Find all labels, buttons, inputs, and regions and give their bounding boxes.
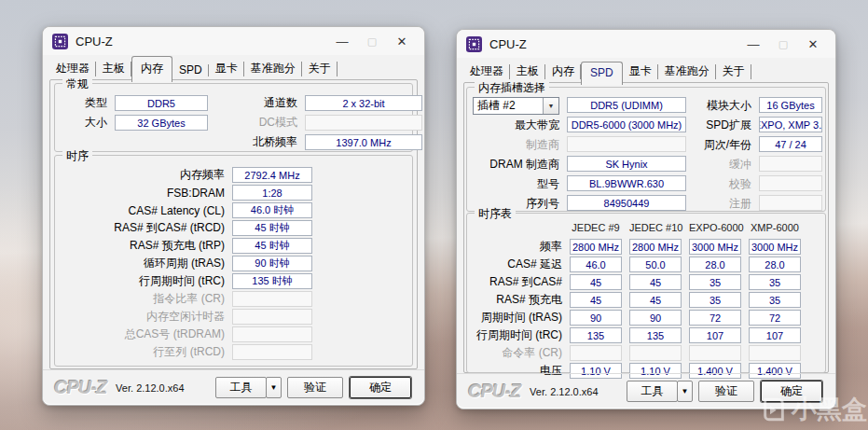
spd-ext-value: EXPO, XMP 3.0 xyxy=(759,117,822,132)
footer-bar: CPU-Z Ver. 2.12.0.x64 工具 ▼ 验证 确定 xyxy=(43,369,424,405)
dc-mode-value xyxy=(305,115,422,131)
dram-mfr-label: DRAM 制造商 xyxy=(473,157,559,173)
trcd-cell: 35 xyxy=(749,274,801,290)
module-size-label: 模块大小 xyxy=(694,98,751,114)
size-label: 大小 xyxy=(62,115,107,131)
registered-label: 注册 xyxy=(694,196,751,212)
serial-value: 84950449 xyxy=(567,195,686,211)
tab-graphics[interactable]: 显卡 xyxy=(623,61,658,83)
manufacturer-value xyxy=(567,136,686,152)
fsb-dram-label: FSB:DRAM xyxy=(62,187,225,200)
trdram-label: 总CAS号 (tRDRAM) xyxy=(62,326,225,342)
trc-cell: 107 xyxy=(689,327,741,343)
trc-row-label: 行周期时间 (tRC) xyxy=(473,327,562,343)
trcd-label: RAS# 到CAS# (tRCD) xyxy=(62,220,225,236)
minimize-icon[interactable]: — xyxy=(327,29,357,53)
size-value: 32 GBytes xyxy=(115,115,208,131)
trp-value: 45 时钟 xyxy=(232,238,312,254)
tras-value: 90 时钟 xyxy=(232,256,312,271)
col-jedec10: JEDEC #10 xyxy=(629,222,682,236)
timings-legend: 时序 xyxy=(62,148,92,164)
validate-button[interactable]: 验证 xyxy=(698,381,754,402)
tools-button[interactable]: 工具 xyxy=(627,381,678,402)
tab-spd[interactable]: SPD xyxy=(581,62,623,85)
tab-about[interactable]: 关于 xyxy=(716,61,751,83)
chevron-down-icon[interactable]: ▼ xyxy=(543,98,558,114)
trcd-cell: 45 xyxy=(570,274,622,290)
ok-button[interactable]: 确定 xyxy=(761,381,822,402)
cpuz-app-icon xyxy=(52,34,68,49)
freq-cell: 2800 MHz xyxy=(629,239,682,255)
buffered-value xyxy=(759,156,822,172)
timings-group: 时序 内存频率 2792.4 MHz FSB:DRAM 1:28 CAS# La… xyxy=(54,155,413,367)
close-icon[interactable]: ✕ xyxy=(387,29,417,53)
buffered-label: 缓冲 xyxy=(694,157,751,173)
type-label: 类型 xyxy=(62,95,107,111)
col-xmp6000: XMP-6000 xyxy=(749,222,801,236)
validate-button[interactable]: 验证 xyxy=(287,377,343,398)
type-value: DDR5 xyxy=(115,95,208,111)
cas-row-label: CAS# 延迟 xyxy=(473,257,562,272)
trp-cell: 45 xyxy=(629,292,682,308)
tab-about[interactable]: 关于 xyxy=(302,58,338,80)
ok-button[interactable]: 确定 xyxy=(350,377,411,398)
trcd-cell: 45 xyxy=(629,274,682,290)
tools-dropdown-icon[interactable]: ▼ xyxy=(677,381,693,402)
tab-memory[interactable]: 内存 xyxy=(545,61,581,83)
tools-button[interactable]: 工具 xyxy=(215,377,267,398)
channels-label: 通道数 xyxy=(215,95,297,111)
correction-value xyxy=(759,175,822,191)
channels-value: 2 x 32-bit xyxy=(305,95,422,111)
titlebar[interactable]: CPU-Z — ▢ ✕ xyxy=(457,30,835,58)
week-year-value: 47 / 24 xyxy=(759,136,822,152)
freq-cell: 3000 MHz xyxy=(689,239,741,255)
col-jedec9: JEDEC #9 xyxy=(570,222,622,236)
trp-label: RAS# 预充电 (tRP) xyxy=(62,238,225,254)
cas-cell: 28.0 xyxy=(749,257,801,272)
dram-mfr-value: SK Hynix xyxy=(567,156,686,172)
version-text: Ver. 2.12.0.x64 xyxy=(116,382,184,394)
tab-bench[interactable]: 基准跑分 xyxy=(658,61,716,83)
tras-cell: 90 xyxy=(629,310,682,326)
tools-dropdown-icon[interactable]: ▼ xyxy=(266,377,282,398)
nb-freq-label: 北桥频率 xyxy=(215,134,297,150)
titlebar[interactable]: CPU-Z — ▢ ✕ xyxy=(43,27,424,55)
spd-ext-label: SPD扩展 xyxy=(694,118,751,133)
minimize-icon[interactable]: — xyxy=(738,32,768,56)
cpuz-window-spd: CPU-Z — ▢ ✕ 处理器 主板 内存 SPD 显卡 基准跑分 关于 内存插… xyxy=(456,29,836,409)
tab-strip: 处理器 主板 内存 SPD 显卡 基准跑分 关于 xyxy=(49,56,418,80)
trc-label: 行周期时间 (tRC) xyxy=(62,273,225,289)
tab-graphics[interactable]: 显卡 xyxy=(209,58,244,80)
correction-label: 校验 xyxy=(694,176,751,192)
cl-value: 46.0 时钟 xyxy=(232,202,312,218)
nb-freq-value: 1397.0 MHz xyxy=(305,134,422,150)
tab-bench[interactable]: 基准跑分 xyxy=(244,58,302,80)
tab-mainboard[interactable]: 主板 xyxy=(96,58,131,80)
trcd-cell: 35 xyxy=(689,274,741,290)
slot-select-group: 内存插槽选择 插槽 #2 ▼ DDR5 (UDIMM) 模块大小 16 GByt… xyxy=(466,87,826,212)
fsb-dram-value: 1:28 xyxy=(232,185,312,201)
timings-table-legend: 时序表 xyxy=(475,206,516,222)
trc-cell: 107 xyxy=(749,327,801,343)
window-title: CPU-Z xyxy=(76,35,113,49)
cpuz-logo: CPU-Z xyxy=(468,381,520,402)
week-year-label: 周次/年份 xyxy=(694,137,751,153)
cpuz-app-icon xyxy=(466,36,482,52)
maximize-icon: ▢ xyxy=(768,32,798,56)
dram-freq-value: 2792.4 MHz xyxy=(232,167,312,183)
tras-cell: 72 xyxy=(749,310,801,326)
cr-cell xyxy=(749,345,801,361)
trc-value: 135 时钟 xyxy=(232,273,312,289)
tab-spd[interactable]: SPD xyxy=(172,61,209,80)
tab-memory[interactable]: 内存 xyxy=(131,56,172,82)
slot-select-dropdown[interactable]: 插槽 #2 ▼ xyxy=(473,97,559,115)
close-icon[interactable]: ✕ xyxy=(798,32,828,56)
freq-row-label: 频率 xyxy=(473,239,562,255)
trp-cell: 35 xyxy=(689,292,741,308)
col-expo6000: EXPO-6000 xyxy=(689,222,741,236)
trcd2-value xyxy=(232,344,312,360)
manufacturer-label: 制造商 xyxy=(473,137,559,153)
registered-value xyxy=(759,195,822,211)
idle-timer-value xyxy=(232,309,312,325)
tras-row-label: 周期时间 (tRAS) xyxy=(473,310,562,326)
